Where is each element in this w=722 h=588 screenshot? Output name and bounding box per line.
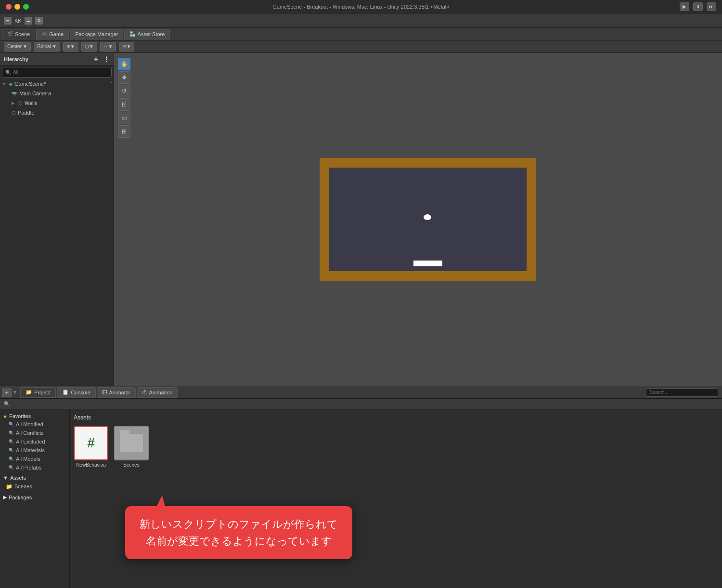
tab-game[interactable]: 🎮 Game <box>36 29 69 39</box>
bottom-toolbar-search-icon: 🔍 <box>4 401 10 406</box>
tab-package-manager-label: Package Manager <box>75 31 118 37</box>
hierarchy-search[interactable]: 🔍 All <box>2 67 112 78</box>
account-label[interactable]: KK <box>14 18 22 24</box>
favorites-section: ★ Favorites 🔍 All Modified 🔍 All Conflic… <box>0 411 69 473</box>
bottom-content: ★ Favorites 🔍 All Modified 🔍 All Conflic… <box>0 409 722 588</box>
all-modified-label: All Modified <box>16 421 43 427</box>
hierarchy-item-walls[interactable]: ▶ ⬡ Walls <box>0 98 114 108</box>
play-button[interactable]: ▶ <box>680 2 689 11</box>
tab-project[interactable]: 📁 Project <box>20 387 56 398</box>
project-item-all-modified[interactable]: 🔍 All Modified <box>0 420 69 429</box>
move-tool[interactable]: ✥ <box>118 71 130 84</box>
close-button[interactable] <box>6 4 12 10</box>
scene-tools: ✋ ✥ ↺ ⊡ ▭ ⊞ <box>118 58 130 138</box>
asset-item-newbehaviour[interactable]: # NewBehaviou <box>74 426 108 468</box>
center-label: Center <box>7 44 22 49</box>
hierarchy-icon: ☰ <box>4 17 12 25</box>
minimize-button[interactable] <box>14 4 20 10</box>
project-item-all-models[interactable]: 🔍 All Models <box>0 455 69 463</box>
assets-header[interactable]: ▼ Assets <box>0 474 69 482</box>
main-tab-bar: 🎬 Scene 🎮 Game Package Manager 🏪 Asset S… <box>0 28 722 40</box>
hierarchy-item-gamescene[interactable]: ▼ ◈ GameScene* ⋮ <box>0 79 114 89</box>
hierarchy-item-maincamera[interactable]: 📷 Main Camera <box>0 89 114 98</box>
project-item-all-excluded[interactable]: 🔍 All Excluded <box>0 437 69 446</box>
hierarchy-item-paddle[interactable]: ⬡ Paddle <box>0 108 114 118</box>
assets-grid: # NewBehaviou Scenes <box>74 426 718 468</box>
snap-button[interactable]: ↔▼ <box>100 42 116 52</box>
bottom-add-button[interactable]: + <box>2 388 12 397</box>
main-toolbar: ☰ KK ☁ ⚙ <box>0 13 722 28</box>
playback-controls: ▶ ⏸ ⏭ <box>680 2 716 11</box>
asset-icon-cs: # <box>74 426 108 460</box>
game-ball <box>424 214 431 220</box>
all-models-label: All Models <box>16 456 40 462</box>
settings-icon[interactable]: ⚙ <box>35 17 43 25</box>
rotate-tool[interactable]: ↺ <box>118 85 130 97</box>
all-prefabs-label: All Prefabs <box>16 465 41 470</box>
search-prefabs-icon: 🔍 <box>9 465 14 470</box>
gizmos-button[interactable]: ⊟▼ <box>119 42 134 52</box>
tab-animator[interactable]: 🎞 Animator <box>97 387 136 398</box>
tab-animator-label: Animator <box>109 390 130 395</box>
cloud-icon[interactable]: ☁ <box>25 17 32 25</box>
window-title: GameScene - Breakout - Windows, Mac, Lin… <box>272 4 449 10</box>
search-excluded-icon: 🔍 <box>9 439 14 444</box>
global-button[interactable]: Global ▼ <box>34 42 60 52</box>
hierarchy-add-button[interactable]: + <box>94 55 98 64</box>
all-conflicts-label: All Conflicts <box>16 430 43 436</box>
search-placeholder: All <box>13 70 18 75</box>
center-button[interactable]: Center ▼ <box>4 42 31 52</box>
tab-animation-icon: ⏱ <box>142 390 147 395</box>
assets-item-scenes[interactable]: 📁 Scenes <box>0 482 69 491</box>
project-item-all-materials[interactable]: 🔍 All Materials <box>0 446 69 455</box>
tab-game-label: Game <box>49 31 64 37</box>
global-dropdown-icon: ▼ <box>52 44 57 49</box>
walls-label: Walls <box>25 100 37 106</box>
editor-toolbar: Center ▼ Global ▼ ⊞▼ ⬡▼ ↔▼ ⊟▼ <box>0 40 722 53</box>
scale-tool[interactable]: ⊡ <box>118 98 130 111</box>
hierarchy-panel: Hierarchy + ⋮ 🔍 All ▼ ◈ GameScene* ⋮ 📷 M… <box>0 53 114 386</box>
tab-console-icon: 📋 <box>62 389 69 395</box>
project-item-all-conflicts[interactable]: 🔍 All Conflicts <box>0 429 69 437</box>
pause-button[interactable]: ⏸ <box>693 2 703 11</box>
maximize-button[interactable] <box>23 4 29 10</box>
favorites-header[interactable]: ★ Favorites <box>0 412 69 420</box>
tab-console-label: Console <box>71 390 90 395</box>
bottom-tab-bar: + ▼ 📁 Project 📋 Console 🎞 Animator ⏱ Ani… <box>0 386 722 399</box>
rect-tool[interactable]: ▭ <box>118 112 130 124</box>
view-options-button[interactable]: ⬡▼ <box>81 42 97 52</box>
tree-arrow-gamescene: ▼ <box>2 82 7 86</box>
tab-animation[interactable]: ⏱ Animation <box>137 387 178 398</box>
grid-button[interactable]: ⊞▼ <box>63 42 78 52</box>
tab-project-label: Project <box>34 390 51 395</box>
search-icon: 🔍 <box>5 70 11 75</box>
account-info: KK <box>14 18 22 24</box>
asset-item-scenes-folder[interactable]: Scenes <box>114 426 149 468</box>
tab-console[interactable]: 📋 Console <box>57 387 95 398</box>
asset-label-newbehaviour: NewBehaviou <box>76 462 106 468</box>
packages-section: ▶ Packages <box>0 492 69 502</box>
asset-label-scenes: Scenes <box>123 462 139 468</box>
star-icon: ★ <box>3 414 7 419</box>
search-modified-icon: 🔍 <box>9 422 14 427</box>
hierarchy-header: Hierarchy + ⋮ <box>0 53 114 65</box>
hand-tool[interactable]: ✋ <box>118 58 130 70</box>
tab-package-manager[interactable]: Package Manager <box>70 29 123 39</box>
project-item-all-prefabs[interactable]: 🔍 All Prefabs <box>0 463 69 472</box>
tab-asset-store[interactable]: 🏪 Asset Store <box>124 29 170 39</box>
gamescene-menu[interactable]: ⋮ <box>109 81 114 87</box>
search-models-icon: 🔍 <box>9 457 14 461</box>
assets-area-header: Assets <box>74 413 718 422</box>
bottom-add-arrow[interactable]: ▼ <box>13 390 17 395</box>
tab-asset-store-label: Asset Store <box>137 31 165 37</box>
packages-header[interactable]: ▶ Packages <box>0 493 69 501</box>
tab-scene[interactable]: 🎬 Scene <box>2 29 35 39</box>
hierarchy-menu-button[interactable]: ⋮ <box>103 55 110 63</box>
scene-view: ✋ ✥ ↺ ⊡ ▭ ⊞ <box>114 53 722 386</box>
transform-tool[interactable]: ⊞ <box>118 125 130 138</box>
bottom-search-container <box>646 388 718 397</box>
bottom-search-input[interactable] <box>646 388 718 397</box>
step-button[interactable]: ⏭ <box>707 2 716 11</box>
assets-expand-icon: ▼ <box>3 475 8 481</box>
cs-hash-icon: # <box>87 435 95 451</box>
